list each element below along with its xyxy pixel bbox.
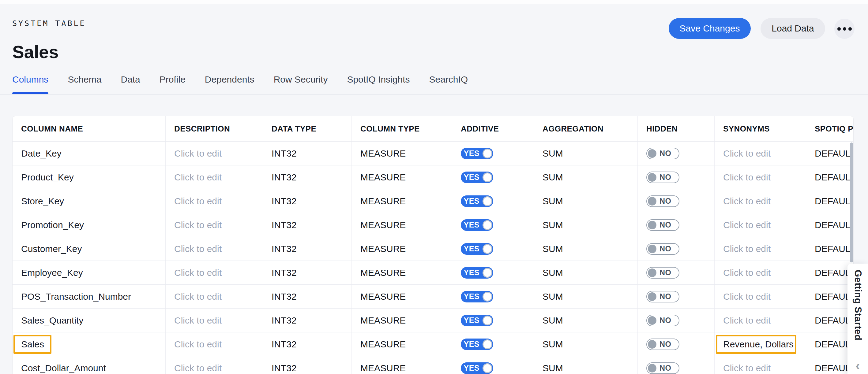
data-type-cell[interactable]: INT32 xyxy=(263,213,352,237)
description-cell[interactable]: Click to edit xyxy=(166,237,263,261)
data-type-cell[interactable]: INT32 xyxy=(263,142,352,165)
data-type-cell[interactable]: INT32 xyxy=(263,332,352,356)
aggregation-cell[interactable]: SUM xyxy=(534,189,638,213)
synonyms-cell[interactable]: Click to edit xyxy=(715,189,806,213)
hidden-toggle[interactable]: NO xyxy=(646,195,679,207)
hidden-toggle[interactable]: NO xyxy=(646,339,679,350)
aggregation-cell[interactable]: SUM xyxy=(534,213,638,237)
additive-toggle[interactable]: YES xyxy=(461,148,493,159)
description-cell[interactable]: Click to edit xyxy=(166,165,263,189)
data-type-cell[interactable]: INT32 xyxy=(263,285,352,308)
synonyms-cell[interactable]: Click to edit xyxy=(715,213,806,237)
description-cell[interactable]: Click to edit xyxy=(166,213,263,237)
column-type-cell[interactable]: MEASURE xyxy=(352,213,452,237)
synonyms-cell[interactable]: Click to edit xyxy=(715,165,806,189)
additive-toggle[interactable]: YES xyxy=(461,362,493,374)
synonyms-cell[interactable]: Revenue, Dollars xyxy=(715,332,806,356)
synonyms-cell[interactable]: Click to edit xyxy=(715,356,806,374)
aggregation-cell[interactable]: SUM xyxy=(534,285,638,308)
toggle-knob xyxy=(483,148,492,159)
column-type-cell[interactable]: MEASURE xyxy=(352,142,452,165)
getting-started-panel[interactable]: Getting Started ‹ xyxy=(847,264,868,374)
data-type-cell[interactable]: INT32 xyxy=(263,356,352,374)
hidden-toggle[interactable]: NO xyxy=(646,219,679,231)
tab-schema[interactable]: Schema xyxy=(68,74,101,94)
column-type-cell[interactable]: MEASURE xyxy=(352,237,452,261)
description-cell[interactable]: Click to edit xyxy=(166,142,263,165)
more-options-button[interactable] xyxy=(834,19,855,39)
column-header-description: DESCRIPTION xyxy=(166,116,263,141)
hidden-toggle[interactable]: NO xyxy=(646,267,679,279)
aggregation-cell[interactable]: SUM xyxy=(534,261,638,284)
aggregation-value: SUM xyxy=(542,244,563,254)
additive-toggle[interactable]: YES xyxy=(461,267,493,279)
additive-toggle[interactable]: YES xyxy=(461,243,493,255)
aggregation-cell[interactable]: SUM xyxy=(534,332,638,356)
description-cell[interactable]: Click to edit xyxy=(166,332,263,356)
column-type-cell[interactable]: MEASURE xyxy=(352,332,452,356)
spotiq-preference-cell[interactable]: DEFAULT xyxy=(806,309,853,332)
save-changes-button[interactable]: Save Changes xyxy=(669,18,751,39)
aggregation-cell[interactable]: SUM xyxy=(534,142,638,165)
additive-toggle[interactable]: YES xyxy=(461,172,493,183)
spotiq-preference-cell[interactable]: DEFAULT xyxy=(806,189,853,213)
vertical-scrollbar-thumb[interactable] xyxy=(850,142,853,262)
aggregation-cell[interactable]: SUM xyxy=(534,237,638,261)
description-cell[interactable]: Click to edit xyxy=(166,189,263,213)
description-cell[interactable]: Click to edit xyxy=(166,356,263,374)
table-row: POS_Transaction_NumberClick to editINT32… xyxy=(12,284,853,308)
synonyms-cell[interactable]: Click to edit xyxy=(715,142,806,165)
column-type-cell[interactable]: MEASURE xyxy=(352,261,452,284)
spotiq-preference-cell[interactable]: DEFAULT xyxy=(806,165,853,189)
synonyms-cell[interactable]: Click to edit xyxy=(715,261,806,284)
spotiq-preference-cell[interactable]: DEFAULT xyxy=(806,356,853,374)
hidden-toggle[interactable]: NO xyxy=(646,315,679,326)
additive-toggle[interactable]: YES xyxy=(461,219,493,231)
description-cell[interactable]: Click to edit xyxy=(166,309,263,332)
tab-data[interactable]: Data xyxy=(121,74,140,94)
spotiq-preference-cell[interactable]: DEFAULT xyxy=(806,142,853,165)
data-type-cell[interactable]: INT32 xyxy=(263,189,352,213)
spotiq-preference-cell[interactable]: DEFAULT xyxy=(806,237,853,261)
aggregation-cell[interactable]: SUM xyxy=(534,309,638,332)
column-type-cell[interactable]: MEASURE xyxy=(352,189,452,213)
aggregation-cell[interactable]: SUM xyxy=(534,356,638,374)
spotiq-preference-cell[interactable]: DEFAULT xyxy=(806,285,853,308)
tab-profile[interactable]: Profile xyxy=(159,74,186,94)
column-type-cell[interactable]: MEASURE xyxy=(352,285,452,308)
tab-spotiq-insights[interactable]: SpotIQ Insights xyxy=(347,74,410,94)
additive-cell: YES xyxy=(452,261,534,284)
synonyms-cell[interactable]: Click to edit xyxy=(715,285,806,308)
description-cell[interactable]: Click to edit xyxy=(166,261,263,284)
spotiq-preference-cell[interactable]: DEFAULT xyxy=(806,261,853,284)
column-type-cell[interactable]: MEASURE xyxy=(352,309,452,332)
additive-toggle[interactable]: YES xyxy=(461,195,493,207)
additive-toggle[interactable]: YES xyxy=(461,339,493,350)
data-type-cell[interactable]: INT32 xyxy=(263,165,352,189)
column-type-cell[interactable]: MEASURE xyxy=(352,356,452,374)
hidden-toggle[interactable]: NO xyxy=(646,148,679,159)
load-data-button[interactable]: Load Data xyxy=(761,18,825,39)
additive-toggle[interactable]: YES xyxy=(461,291,493,302)
tab-dependents[interactable]: Dependents xyxy=(205,74,254,94)
column-type-value: MEASURE xyxy=(360,315,406,326)
hidden-toggle[interactable]: NO xyxy=(646,172,679,183)
tab-columns[interactable]: Columns xyxy=(12,74,49,94)
data-type-cell[interactable]: INT32 xyxy=(263,237,352,261)
hidden-toggle[interactable]: NO xyxy=(646,243,679,255)
aggregation-cell[interactable]: SUM xyxy=(534,165,638,189)
description-cell[interactable]: Click to edit xyxy=(166,285,263,308)
hidden-toggle[interactable]: NO xyxy=(646,291,679,302)
spotiq-preference-cell[interactable]: DEFAULT xyxy=(806,332,853,356)
hidden-toggle[interactable]: NO xyxy=(646,362,679,374)
data-type-cell[interactable]: INT32 xyxy=(263,309,352,332)
tab-searchiq[interactable]: SearchIQ xyxy=(429,74,468,94)
tab-row-security[interactable]: Row Security xyxy=(274,74,328,94)
synonyms-cell[interactable]: Click to edit xyxy=(715,309,806,332)
additive-toggle[interactable]: YES xyxy=(461,315,493,326)
spotiq-preference-cell[interactable]: DEFAULT xyxy=(806,213,853,237)
synonyms-cell[interactable]: Click to edit xyxy=(715,237,806,261)
data-type-cell[interactable]: INT32 xyxy=(263,261,352,284)
column-type-cell[interactable]: MEASURE xyxy=(352,165,452,189)
chevron-left-icon[interactable]: ‹ xyxy=(847,359,868,372)
